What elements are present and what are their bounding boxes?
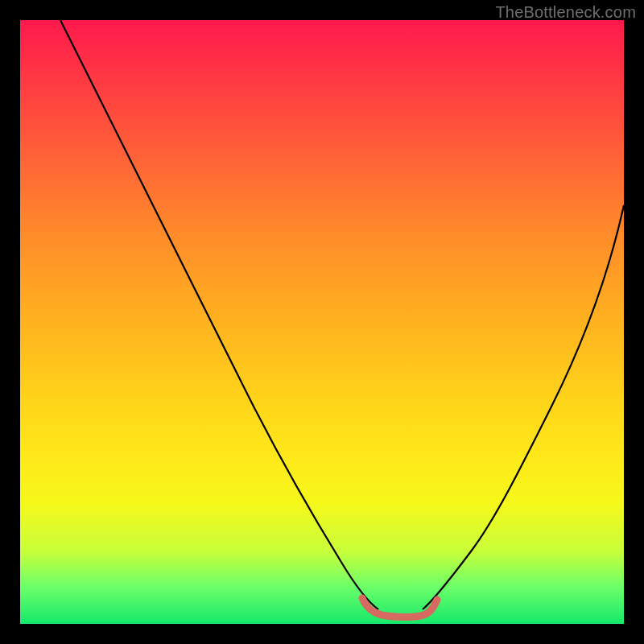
chart-svg <box>20 20 624 624</box>
chart-frame: TheBottleneck.com <box>0 0 644 644</box>
right-curve <box>423 205 624 609</box>
chart-plot-area <box>20 20 624 624</box>
watermark-text: TheBottleneck.com <box>495 3 636 22</box>
left-curve <box>60 20 378 609</box>
